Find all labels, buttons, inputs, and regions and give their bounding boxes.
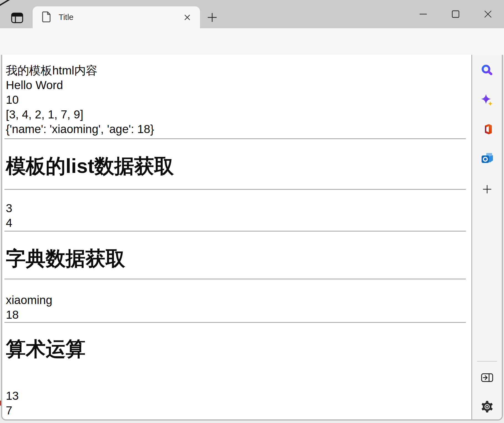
maximize-button[interactable] [439, 0, 472, 28]
value-line: 3 [6, 202, 12, 215]
intro-line: 我的模板html内容 [6, 64, 97, 77]
copilot-sparkle-icon [481, 94, 493, 107]
sidebar-toggle-button[interactable] [479, 370, 495, 385]
intro-text: 我的模板html内容Hello Word10[3, 4, 2, 1, 7, 9]… [6, 63, 471, 136]
background-artifact-red [0, 401, 1, 406]
navigation-toolbar: 127.0.0.1:5000 [0, 28, 504, 55]
value-line: 7 [6, 404, 12, 417]
tab-close-button[interactable] [182, 12, 192, 22]
new-tab-button[interactable] [206, 11, 219, 24]
sidebar-outlook-button[interactable] [479, 150, 495, 166]
office-icon [481, 123, 493, 135]
intro-line: {'name': 'xiaoming', 'age': 18} [6, 123, 154, 136]
plus-icon [207, 12, 217, 23]
tab-actions-icon [11, 11, 24, 24]
sidebar-add-button[interactable] [479, 181, 495, 197]
divider [4, 189, 466, 190]
section-heading-arith: 算术运算 [6, 337, 471, 361]
value-line: 13 [6, 389, 19, 402]
sidebar-office-button[interactable] [479, 121, 495, 137]
main-area: 我的模板html内容Hello Word10[3, 4, 2, 1, 7, 9]… [1, 55, 503, 421]
sidebar-copilot-button[interactable] [479, 92, 495, 108]
section-values-arith: 137 [6, 388, 471, 418]
value-line: xiaoming [6, 294, 52, 307]
page-content: 我的模板html内容Hello Word10[3, 4, 2, 1, 7, 9]… [2, 55, 471, 419]
divider [4, 138, 466, 139]
intro-line: Hello Word [6, 79, 63, 92]
open-sidebar-icon [481, 372, 493, 383]
maximize-icon [451, 10, 460, 18]
section-heading-list: 模板的list数据获取 [6, 154, 471, 178]
intro-line: 10 [6, 93, 19, 106]
divider [4, 279, 466, 279]
section-values-list: 34 [6, 201, 471, 230]
value-line: 18 [6, 308, 19, 321]
sidebar-search-button[interactable] [479, 63, 495, 79]
sidebar-settings-button[interactable] [479, 399, 495, 414]
divider [4, 322, 466, 323]
window-controls [407, 0, 504, 28]
tab-actions-menu-button[interactable] [10, 11, 24, 25]
edge-sidebar [471, 55, 502, 419]
section-values-dict: xiaoming18 [6, 293, 471, 322]
page-favicon-icon [42, 11, 51, 24]
browser-window: Title [0, 0, 504, 423]
tab-title: Title [59, 13, 74, 22]
browser-tab[interactable]: Title [33, 6, 200, 28]
close-icon [184, 14, 191, 21]
title-bar: Title [0, 0, 504, 28]
intro-line: [3, 4, 2, 1, 7, 9] [6, 108, 83, 121]
background-artifact [0, 0, 10, 6]
close-icon [484, 10, 492, 18]
close-window-button[interactable] [472, 0, 504, 28]
outlook-icon [481, 152, 493, 164]
search-icon [481, 64, 493, 77]
gear-icon [481, 400, 493, 413]
section-heading-dict: 字典数据获取 [6, 247, 471, 270]
plus-icon [482, 184, 492, 194]
divider [4, 231, 466, 232]
sidebar-divider [477, 361, 497, 362]
minimize-icon [419, 10, 427, 18]
value-line: 4 [6, 216, 12, 229]
minimize-button[interactable] [407, 0, 439, 28]
